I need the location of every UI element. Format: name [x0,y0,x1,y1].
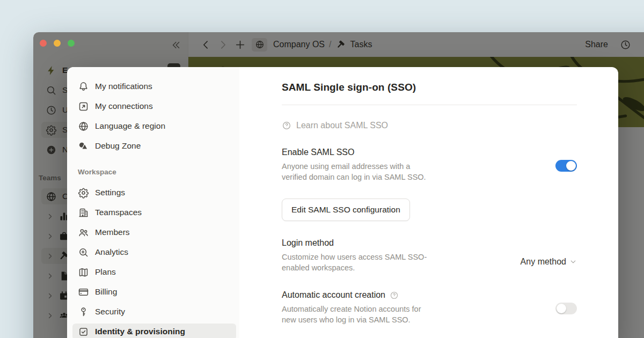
settings-nav-icon [78,187,89,199]
login-method-section: Login method Customize how users access … [282,238,577,273]
login-method-description: Customize how users access SAML SSO- ena… [282,252,521,273]
settings-nav-item[interactable]: My connections [72,98,236,114]
settings-nav-icon [78,267,89,278]
help-circle-icon[interactable] [390,291,399,300]
enable-sso-description: Anyone using email addresses with a veri… [282,161,555,182]
settings-nav-icon [78,121,89,132]
auto-account-creation-description: Automatically create Notion accounts for… [282,304,555,325]
settings-content: SAML Single sign-on (SSO) Learn about SA… [239,67,618,338]
close-window-button[interactable] [40,40,47,47]
settings-nav-item[interactable]: Teamspaces [72,204,236,221]
auto-account-creation-label: Automatic account creation [282,290,385,300]
settings-nav-label: Identity & provisioning [95,327,185,336]
help-circle-icon [282,121,291,130]
enable-sso-toggle[interactable] [555,160,577,172]
settings-nav-item[interactable]: Members [72,224,236,240]
settings-nav-label: Billing [95,287,117,297]
learn-link-label: Learn about SAML SSO [296,121,388,130]
login-method-dropdown[interactable]: Any method [521,251,577,273]
settings-nav-icon [78,247,89,258]
learn-about-saml-link[interactable]: Learn about SAML SSO [282,121,577,130]
settings-nav-label: Language & region [95,121,165,131]
settings-nav-label: Security [95,307,125,317]
settings-nav-label: Analytics [95,247,128,257]
enable-sso-heading: Enable SAML SSO [282,148,555,157]
settings-nav-icon [78,227,89,238]
workspace-section-header: Workspace [78,168,236,176]
settings-nav-item[interactable]: Billing [72,284,236,300]
auto-account-creation-heading: Automatic account creation [282,290,555,300]
auto-account-creation-toggle[interactable] [555,303,577,314]
settings-nav-item[interactable]: Debug Zone [72,138,236,154]
settings-nav-item[interactable]: Plans [72,264,236,280]
settings-nav-label: Settings [95,188,125,197]
settings-nav-label: My notifications [95,82,152,91]
settings-nav-item[interactable]: Identity & provisioning [72,324,236,338]
settings-modal: My notifications My connections Language… [67,67,618,338]
settings-workspace-list: Settings Teamspaces Members Analytics [72,185,236,338]
settings-nav-icon [78,306,89,318]
settings-nav-item[interactable]: Language & region [72,118,236,134]
settings-nav-label: Plans [95,267,116,277]
settings-nav-label: Teamspaces [95,208,142,217]
settings-nav-icon [78,81,89,92]
login-method-value: Any method [521,257,566,267]
toggle-knob [566,161,576,171]
chevron-down-icon [569,258,577,266]
minimize-window-button[interactable] [54,40,61,47]
window-controls [40,40,75,47]
login-method-heading: Login method [282,238,521,248]
settings-nav-label: Debug Zone [95,141,141,151]
settings-nav-icon [78,101,89,112]
zoom-window-button[interactable] [68,40,75,47]
settings-nav-label: Members [95,227,130,237]
settings-nav-item[interactable]: My notifications [72,78,236,94]
auto-account-creation-section: Automatic account creation Automatically… [282,290,577,325]
settings-nav-icon [78,326,89,337]
toggle-knob [557,304,566,313]
settings-nav-icon [78,286,89,298]
settings-nav-item[interactable]: Analytics [72,244,236,260]
settings-nav-item[interactable]: Settings [72,185,236,201]
settings-nav-icon [78,207,89,218]
edit-saml-configuration-button[interactable]: Edit SAML SSO configuration [282,199,410,221]
settings-sidebar: My notifications My connections Language… [67,67,239,338]
page-title: SAML Single sign-on (SSO) [282,82,577,93]
enable-sso-section: Enable SAML SSO Anyone using email addre… [282,148,577,182]
settings-nav-item[interactable]: Security [72,304,236,320]
settings-account-list: My notifications My connections Language… [72,78,236,154]
divider [282,105,577,105]
settings-nav-label: My connections [95,101,153,111]
settings-nav-icon [78,141,89,152]
